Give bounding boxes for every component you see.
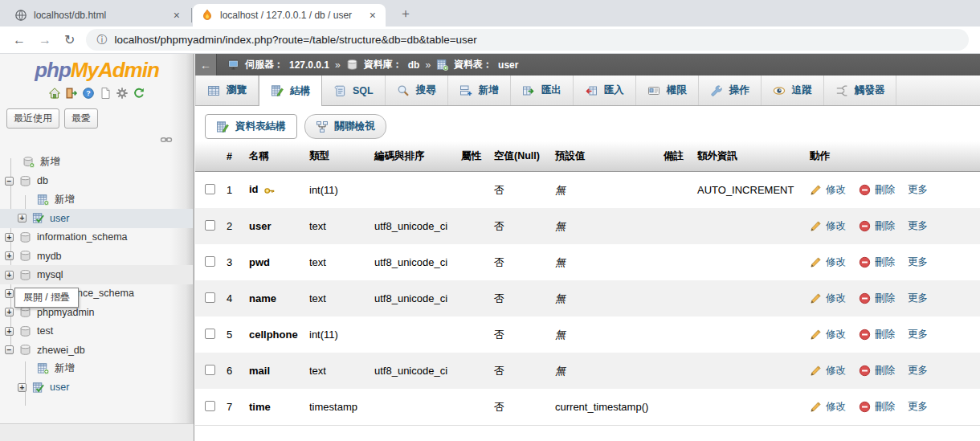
header-name[interactable]: 名稱 (246, 149, 306, 163)
expand-icon[interactable]: + (5, 251, 14, 260)
close-tab-icon[interactable]: × (172, 10, 182, 21)
expand-icon[interactable]: + (5, 327, 14, 336)
home-icon[interactable] (48, 87, 61, 100)
tree-item-test[interactable]: +test (0, 322, 193, 341)
more-link[interactable]: 更多 (908, 328, 928, 341)
tab-追蹤[interactable]: 追蹤 (762, 76, 824, 105)
help-icon[interactable]: ? (82, 87, 95, 100)
browser-tab-db-html[interactable]: localhost/db.html × (6, 4, 190, 27)
tab-新增[interactable]: 新增 (448, 76, 511, 105)
more-link[interactable]: 更多 (908, 219, 928, 233)
tree-item-mydb[interactable]: +mydb (0, 247, 193, 265)
pma-logo[interactable]: phpMyAdmin (0, 58, 194, 83)
expand-icon[interactable]: + (18, 214, 27, 223)
drop-link[interactable]: 刪除 (859, 328, 895, 341)
more-link[interactable]: 更多 (908, 400, 928, 414)
more-link[interactable]: 更多 (908, 255, 928, 269)
expand-icon[interactable]: + (5, 271, 14, 280)
tree-item-user[interactable]: +user (0, 378, 193, 397)
tree-item-mysql[interactable]: +mysql (0, 265, 193, 284)
sql-icon (333, 84, 346, 97)
change-link[interactable]: 修改 (810, 328, 846, 341)
header-type[interactable]: 類型 (306, 149, 371, 163)
drop-link[interactable]: 刪除 (859, 255, 895, 269)
change-link[interactable]: 修改 (810, 364, 846, 378)
header-null[interactable]: 空值(Null) (491, 149, 552, 163)
address-bar[interactable]: ⓘ localhost/phpmyadmin/index.php?route=/… (86, 29, 969, 51)
breadcrumb-server[interactable]: 127.0.0.1 (289, 59, 329, 71)
tab-觸發器[interactable]: 觸發器 (824, 76, 897, 105)
row-checkbox[interactable] (205, 329, 215, 339)
browser-tab-phpmyadmin[interactable]: localhost / 127.0.0.1 / db / user × (193, 4, 386, 27)
expand-icon[interactable]: + (5, 308, 14, 316)
more-link[interactable]: 更多 (908, 183, 928, 197)
breadcrumb-db[interactable]: db (408, 59, 420, 71)
tree-item-新增[interactable]: 新增 (0, 359, 193, 378)
tree-item-information_schema[interactable]: +information_schema (0, 228, 193, 247)
expand-icon[interactable]: + (5, 289, 14, 298)
collapse-icon[interactable]: − (5, 177, 14, 186)
expand-icon[interactable]: + (18, 383, 27, 392)
header-num[interactable]: # (223, 151, 246, 162)
forward-icon[interactable]: → (39, 34, 51, 47)
expand-icon[interactable]: + (5, 233, 14, 242)
tab-操作[interactable]: 操作 (699, 76, 762, 105)
tree-item-user[interactable]: +user (0, 209, 193, 227)
drop-link[interactable]: 刪除 (859, 219, 895, 233)
close-tab-icon[interactable]: × (368, 10, 378, 21)
tab-結構[interactable]: 結構 (259, 76, 322, 106)
header-default[interactable]: 預設值 (552, 149, 660, 163)
new-tab-button[interactable]: ＋ (397, 5, 414, 22)
reload-icon[interactable]: ↻ (64, 34, 75, 47)
drop-icon (859, 220, 871, 232)
tab-搜尋[interactable]: 搜尋 (386, 76, 448, 105)
drop-link[interactable]: 刪除 (859, 364, 895, 378)
row-checkbox[interactable] (205, 256, 215, 267)
more-link[interactable]: 更多 (908, 292, 928, 305)
row-checkbox[interactable] (205, 184, 215, 194)
tab-label: SQL (353, 85, 374, 96)
drop-link[interactable]: 刪除 (859, 400, 895, 414)
row-checkbox[interactable] (205, 401, 215, 411)
more-link[interactable]: 更多 (908, 364, 928, 378)
tree-item-新增[interactable]: 新增 (0, 190, 193, 209)
sidebar-scrollbar[interactable] (0, 423, 194, 441)
collapse-icon[interactable]: − (5, 345, 14, 354)
tree-item-db[interactable]: −db (0, 171, 193, 190)
link-icon[interactable] (160, 133, 173, 146)
header-attributes[interactable]: 屬性 (458, 149, 491, 163)
refresh-icon[interactable] (133, 87, 145, 100)
row-checkbox[interactable] (205, 220, 215, 231)
change-link[interactable]: 修改 (810, 400, 846, 414)
header-comments[interactable]: 備註 (660, 149, 694, 163)
tab-SQL[interactable]: SQL (322, 76, 386, 105)
change-link[interactable]: 修改 (810, 219, 846, 233)
col-name: pwd (246, 256, 306, 268)
header-collation[interactable]: 編碼與排序 (371, 149, 458, 163)
tab-匯入[interactable]: 匯入 (574, 76, 636, 105)
exit-icon[interactable] (65, 87, 78, 100)
header-extra[interactable]: 額外資訊 (694, 149, 806, 163)
change-link[interactable]: 修改 (810, 183, 846, 197)
tree-item-新增[interactable]: 新增 (0, 153, 193, 171)
tab-權限[interactable]: 權限 (636, 76, 699, 105)
row-checkbox[interactable] (205, 292, 215, 303)
row-checkbox[interactable] (205, 365, 215, 375)
tab-瀏覽[interactable]: 瀏覽 (195, 76, 259, 105)
page-info-icon[interactable]: ⓘ (96, 33, 107, 47)
subtab-資料表結構[interactable]: 資料表結構 (205, 114, 297, 139)
tab-匯出[interactable]: 匯出 (511, 76, 574, 105)
favorite-tables-button[interactable]: 最愛 (64, 108, 98, 129)
docs-icon[interactable] (99, 87, 112, 100)
drop-link[interactable]: 刪除 (859, 183, 895, 197)
back-icon[interactable]: ← (13, 34, 26, 47)
collapse-panel-button[interactable]: ← (195, 54, 217, 76)
recent-tables-button[interactable]: 最近使用 (6, 108, 59, 129)
breadcrumb-table[interactable]: user (498, 59, 518, 71)
drop-link[interactable]: 刪除 (859, 292, 895, 305)
tree-item-zhewei_db[interactable]: −zhewei_db (0, 341, 193, 359)
change-link[interactable]: 修改 (810, 255, 846, 269)
change-link[interactable]: 修改 (810, 292, 846, 305)
gear-icon[interactable] (116, 87, 129, 100)
subtab-關聯檢視[interactable]: 關聯檢視 (304, 114, 386, 139)
